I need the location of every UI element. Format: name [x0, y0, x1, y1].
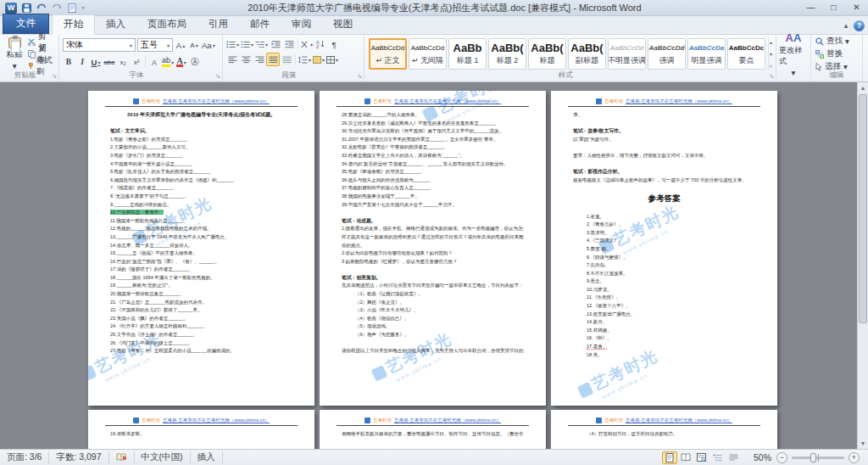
enclose-characters-button[interactable]: Ⓐ — [188, 55, 202, 69]
change-case-button[interactable]: Aa▾ — [201, 39, 216, 53]
style-item-3[interactable]: AaBb标题 1 — [448, 38, 487, 70]
grow-font-button[interactable]: A▴ — [174, 39, 187, 53]
scroll-up-icon[interactable]: ▲ — [858, 82, 868, 93]
font-name-combo[interactable]: 宋体▾ — [63, 38, 136, 52]
line-spacing-button[interactable]: ▾ — [298, 53, 312, 66]
status-word-count[interactable]: 字数: 3,097 — [49, 451, 108, 463]
tab-mailings[interactable]: 邮件 — [239, 15, 281, 34]
redo-icon[interactable] — [51, 3, 63, 14]
scrollbar-thumb[interactable] — [859, 94, 867, 323]
vertical-scrollbar[interactable]: ▲ ▼ — [857, 82, 868, 449]
status-page-number[interactable]: 页面: 3/6 — [0, 451, 49, 463]
align-left-button[interactable] — [225, 53, 239, 66]
shrink-font-button[interactable]: A▾ — [187, 39, 201, 53]
style-item-6[interactable]: AaBb(副标题 — [568, 38, 606, 70]
outline-view-button[interactable] — [710, 451, 726, 464]
doc-line: 39.中国共产党第十七次全国代表大会于______年召开。 — [342, 201, 524, 210]
tab-page-layout[interactable]: 页面布局 — [136, 15, 198, 34]
highlight-button[interactable]: ab▾ — [161, 55, 175, 69]
tab-review[interactable]: 审阅 — [281, 15, 322, 34]
zoom-in-button[interactable]: + — [849, 452, 860, 463]
minimize-button[interactable]: — — [799, 0, 822, 15]
tab-references[interactable]: 引用 — [198, 15, 239, 34]
underline-button[interactable]: U▾ — [89, 55, 103, 69]
scroll-down-icon[interactable]: ▼ — [858, 438, 868, 449]
scissors-icon — [28, 38, 36, 46]
style-item-10[interactable]: AaBbCcDc要点 — [727, 38, 765, 70]
close-button[interactable]: ✕ — [845, 0, 868, 15]
page-header-link[interactable]: 艺考易·艺考资讯尽在艺考时光网（www.yktime.cn） — [394, 98, 501, 104]
fullscreen-reading-view-button[interactable] — [678, 451, 693, 464]
subscript-button[interactable]: x₂ — [116, 55, 130, 69]
justify-button[interactable] — [266, 53, 280, 66]
strikethrough-button[interactable]: abc — [103, 55, 116, 69]
page-header-link[interactable]: 艺考易·艺考资讯尽在艺考时光网（www.yktime.cn） — [163, 417, 270, 423]
distribute-button[interactable] — [280, 53, 293, 66]
style-item-8[interactable]: AaBbCcDd强调 — [648, 38, 686, 70]
font-dialog-launcher-icon[interactable]: ⇘ — [215, 73, 220, 80]
page-header-brand: 艺考时光 — [373, 417, 392, 423]
styles-dialog-launcher-icon[interactable]: ⇘ — [769, 73, 774, 80]
style-item-7[interactable]: AaBbCcDd不明显强调 — [608, 38, 646, 70]
page-header-link[interactable]: 艺考易·艺考资讯尽在艺考时光网（www.yktime.cn） — [626, 417, 732, 423]
page-header-link[interactable]: 艺考易·艺考资讯尽在艺考时光网（www.yktime.cn） — [626, 98, 732, 104]
tab-home[interactable]: 开始 — [52, 14, 95, 35]
qat-dropdown-icon[interactable]: ▾ — [81, 4, 85, 12]
show-hide-marks-button[interactable]: ¶ — [327, 37, 341, 51]
superscript-button[interactable]: x² — [130, 55, 143, 69]
word-app-icon[interactable]: W — [5, 3, 17, 14]
style-item-9[interactable]: AaBbCcDa明显强调 — [687, 38, 726, 70]
align-center-button[interactable] — [239, 53, 253, 66]
change-styles-button[interactable]: AA 更改样式 ▾ — [779, 37, 808, 70]
style-item-1[interactable]: AaBbCcDd↵ 正文 — [369, 38, 407, 70]
status-insert-mode[interactable]: 插入 — [191, 451, 223, 463]
save-icon[interactable] — [20, 3, 32, 14]
clipboard-dialog-launcher-icon[interactable]: ⇘ — [52, 73, 57, 80]
borders-button[interactable]: ▾ — [326, 53, 339, 66]
text-effects-button[interactable]: A — [147, 55, 161, 69]
italic-button[interactable]: I — [75, 55, 89, 69]
zoom-slider-thumb[interactable] — [810, 453, 816, 462]
page-header-link[interactable]: 艺考易·艺考资讯尽在艺考时光网（www.yktime.cn） — [394, 417, 501, 423]
asian-layout-button[interactable]: ▾ — [300, 37, 314, 51]
replace-button[interactable]: 替换 — [814, 48, 860, 59]
sort-button[interactable]: AZ — [314, 37, 327, 51]
styles-gallery-scrollbar[interactable]: ▴ ▾ ▿ — [768, 37, 773, 70]
status-language[interactable]: 中文(中国) — [135, 451, 191, 463]
print-preview-icon[interactable] — [66, 3, 78, 14]
bold-button[interactable]: B — [62, 55, 75, 69]
style-item-2[interactable]: AaBbCcDd↵ 无间隔 — [409, 38, 447, 70]
multilevel-list-button[interactable]: ▾ — [254, 37, 269, 51]
draft-view-button[interactable] — [726, 451, 742, 464]
help-icon[interactable]: ? — [854, 20, 865, 31]
paste-button[interactable]: 粘贴 ▾ — [3, 37, 26, 70]
style-item-5[interactable]: AaBb(标题 — [528, 38, 566, 70]
status-proofing[interactable] — [109, 451, 135, 463]
zoom-slider-track[interactable] — [792, 457, 844, 459]
page-header: 艺考时光艺考易·艺考资讯尽在艺考时光网（www.yktime.cn） — [105, 417, 298, 426]
decrease-indent-button[interactable] — [269, 37, 282, 51]
collapse-ribbon-icon[interactable]: ▲ — [843, 22, 849, 30]
page-header-link[interactable]: 艺考易·艺考资讯尽在艺考时光网（www.yktime.cn） — [163, 98, 270, 104]
numbering-button[interactable]: ▾ — [240, 37, 254, 51]
align-right-button[interactable] — [253, 53, 266, 66]
find-button[interactable]: 查找▾ — [814, 36, 860, 47]
paste-dropdown-icon[interactable]: ▾ — [13, 61, 17, 70]
editing-group: 查找▾ 替换 选择▾ 编辑 — [810, 35, 863, 81]
zoom-level-label[interactable]: 50% — [754, 452, 771, 462]
zoom-out-button[interactable]: − — [776, 452, 787, 463]
document-area[interactable]: ▲ ▼ 艺考时光www.yktime.cn艺考时光www.yktime.cn艺考… — [0, 82, 868, 449]
paragraph-dialog-launcher-icon[interactable]: ⇘ — [357, 73, 362, 80]
print-layout-view-button[interactable] — [662, 451, 677, 464]
tab-insert[interactable]: 插入 — [95, 15, 136, 34]
undo-icon[interactable] — [36, 3, 47, 14]
style-item-4[interactable]: AaBb(标题 2 — [488, 38, 526, 70]
increase-indent-button[interactable] — [282, 37, 296, 51]
font-color-button[interactable]: A▾ — [175, 55, 188, 69]
tab-view[interactable]: 视图 — [322, 15, 364, 34]
web-layout-view-button[interactable] — [694, 451, 709, 464]
maximize-button[interactable]: □ — [822, 0, 845, 15]
shading-button[interactable]: ▾ — [312, 53, 326, 66]
font-size-combo[interactable]: 五号▾ — [137, 38, 173, 52]
bullets-button[interactable]: ▾ — [225, 37, 240, 51]
